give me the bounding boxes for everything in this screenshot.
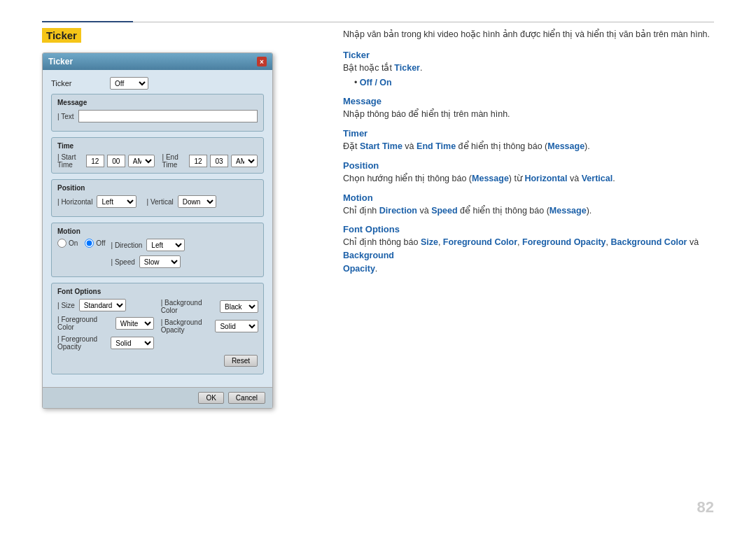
bg-opacity-select[interactable]: SolidTransparent: [215, 320, 258, 332]
dialog-titlebar: Ticker ×: [43, 53, 272, 70]
time-group: Time | Start Time AMPM | End Time: [51, 137, 264, 174]
top-rule-left: [42, 21, 133, 22]
motion-off-radio[interactable]: Off: [85, 239, 105, 248]
help-timer-title: Timer: [343, 128, 714, 139]
dialog-title: Ticker: [48, 57, 73, 66]
help-ticker-title: Ticker: [343, 50, 714, 60]
section-title: Ticker: [42, 28, 81, 43]
bg-opacity-row: | Background Opacity SolidTransparent: [161, 318, 258, 334]
size-label: | Size: [57, 302, 75, 309]
right-column: Nhập văn bản trong khi video hoặc hình ả…: [343, 28, 714, 506]
position-group: Position | Horizontal LeftRightCenter | …: [51, 179, 264, 217]
off-on-link: Off / On: [360, 78, 392, 87]
font-left-col: | Size StandardSmallLarge | Foreground C…: [57, 299, 154, 355]
start-ampm-select[interactable]: AMPM: [128, 155, 155, 167]
ok-button[interactable]: OK: [198, 392, 223, 404]
font-right-col: | Background Color BlackWhiteRed | Backg…: [161, 299, 258, 355]
text-label: | Text: [57, 113, 74, 120]
speed-select[interactable]: SlowNormalFast: [139, 255, 181, 268]
fg-color-select[interactable]: WhiteBlackRed: [115, 317, 154, 330]
help-motion-title: Motion: [343, 192, 714, 203]
start-time-label: | Start Time: [57, 153, 82, 169]
motion-group-label: Motion: [57, 227, 258, 235]
help-font-options: Font Options Chỉ định thông báo Size, Fo…: [343, 224, 714, 275]
end-hour-input[interactable]: [189, 155, 207, 167]
fg-opacity-select[interactable]: SolidTransparent: [111, 337, 153, 349]
text-input[interactable]: [78, 110, 258, 122]
speed-link: Speed: [431, 206, 458, 216]
end-min-input[interactable]: [210, 155, 228, 167]
text-row: | Text: [57, 110, 258, 122]
help-font-options-desc: Chỉ định thông báo Size, Foreground Colo…: [343, 236, 714, 275]
help-message-desc: Nhập thông báo để hiển thị trên màn hình…: [343, 108, 714, 121]
help-message: Message Nhập thông báo để hiển thị trên …: [343, 96, 714, 121]
message-group: Message | Text: [51, 94, 264, 132]
end-time-link: End Time: [416, 141, 456, 151]
message-link-motion: Message: [550, 206, 587, 216]
help-ticker-desc: Bật hoặc tắt Ticker.: [343, 62, 714, 75]
ticker-bullet: • Off / On: [354, 76, 714, 90]
fg-color-link: Foreground Color: [443, 237, 517, 247]
bg-opacity-link: BackgroundOpacity: [343, 251, 394, 274]
horizontal-link: Horizontal: [524, 174, 567, 183]
start-time-link: Start Time: [360, 141, 402, 151]
direction-link: Direction: [379, 206, 417, 216]
start-min-input[interactable]: [107, 155, 125, 167]
direction-label: | Direction: [111, 241, 143, 249]
font-options-cols: | Size StandardSmallLarge | Foreground C…: [57, 299, 258, 355]
fg-opacity-link: Foreground Opacity: [522, 237, 606, 247]
fg-color-row: | Foreground Color WhiteBlackRed: [57, 316, 154, 331]
bg-color-row: | Background Color BlackWhiteRed: [161, 299, 258, 314]
ticker-select[interactable]: Off On: [110, 77, 148, 90]
end-ampm-select[interactable]: AMPM: [231, 155, 258, 167]
end-time-label: | End Time: [162, 153, 185, 169]
bg-color-link: Background Color: [610, 237, 687, 247]
horizontal-label: | Horizontal: [57, 198, 92, 206]
vertical-select[interactable]: DownUp: [178, 195, 216, 208]
size-link: Size: [421, 237, 438, 247]
speed-row: | Speed SlowNormalFast: [111, 255, 258, 268]
motion-on-radio[interactable]: On: [57, 239, 78, 248]
dialog-close-button[interactable]: ×: [257, 57, 267, 66]
help-motion-desc: Chỉ định Direction và Speed để hiển thị …: [343, 204, 714, 218]
message-group-label: Message: [57, 99, 258, 106]
help-timer-desc: Đặt Start Time và End Time để hiển thị t…: [343, 140, 714, 153]
motion-group: Motion On Off: [51, 223, 264, 277]
fg-color-label: | Foreground Color: [57, 316, 111, 331]
font-options-group: Font Options | Size StandardSmallLarge |…: [51, 283, 264, 374]
ticker-row: Ticker Off On: [51, 77, 264, 90]
help-position-title: Position: [343, 160, 714, 171]
help-timer: Timer Đặt Start Time và End Time để hiển…: [343, 128, 714, 153]
message-link-timer: Message: [547, 141, 584, 151]
size-select[interactable]: StandardSmallLarge: [79, 299, 126, 311]
motion-radio-group: On Off: [57, 239, 106, 248]
top-rules: [42, 21, 714, 22]
dialog-footer: OK Cancel: [43, 387, 272, 408]
time-group-label: Time: [57, 142, 258, 150]
cancel-button[interactable]: Cancel: [228, 392, 265, 404]
message-link-position: Message: [472, 174, 509, 183]
horizontal-select[interactable]: LeftRightCenter: [97, 195, 136, 208]
ticker-field-label: Ticker: [51, 79, 107, 87]
help-position-desc: Chọn hướng hiển thị thông báo (Message) …: [343, 172, 714, 185]
bg-color-label: | Background Color: [161, 299, 216, 314]
ticker-dialog: Ticker × Ticker Off On Message | Text: [42, 52, 273, 409]
left-column: Ticker Ticker × Ticker Off On Message: [42, 28, 315, 506]
position-row: | Horizontal LeftRightCenter | Vertical …: [57, 195, 258, 208]
fg-opacity-label: | Foreground Opacity: [57, 335, 106, 351]
bg-color-select[interactable]: BlackWhiteRed: [220, 300, 258, 313]
help-position: Position Chọn hướng hiển thị thông báo (…: [343, 160, 714, 185]
time-row: | Start Time AMPM | End Time AMPM: [57, 153, 258, 169]
page-number: 82: [697, 498, 714, 517]
help-ticker: Ticker Bật hoặc tắt Ticker. • Off / On: [343, 50, 714, 90]
direction-row: | Direction LeftRight: [111, 239, 258, 251]
reset-button[interactable]: Reset: [224, 355, 258, 367]
start-hour-input[interactable]: [86, 155, 104, 167]
motion-options: | Direction LeftRight | Speed SlowNormal…: [111, 239, 258, 272]
top-rule-right: [133, 22, 714, 22]
vertical-label: | Vertical: [147, 198, 174, 206]
size-row: | Size StandardSmallLarge: [57, 299, 154, 311]
direction-select[interactable]: LeftRight: [146, 239, 185, 251]
speed-label: | Speed: [111, 258, 135, 266]
font-options-label: Font Options: [57, 288, 258, 295]
